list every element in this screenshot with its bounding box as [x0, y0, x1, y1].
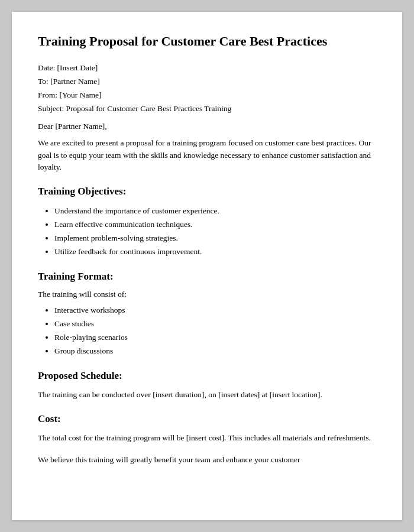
objectives-heading: Training Objectives: — [38, 186, 376, 197]
to-line: To: [Partner Name] — [38, 77, 376, 86]
list-item: Utilize feedback for continuous improvem… — [54, 245, 376, 259]
list-item: Interactive workshops — [54, 304, 376, 317]
list-item: Role-playing scenarios — [54, 331, 376, 345]
list-item: Learn effective communication techniques… — [54, 218, 376, 232]
schedule-heading: Proposed Schedule: — [38, 370, 376, 382]
format-list: Interactive workshops Case studies Role-… — [54, 304, 376, 358]
objectives-list: Understand the importance of customer ex… — [54, 205, 376, 259]
closing-text: We believe this training will greatly be… — [38, 454, 376, 466]
subject-line: Subject: Proposal for Customer Care Best… — [38, 104, 376, 113]
document-title: Training Proposal for Customer Care Best… — [38, 33, 376, 50]
list-item: Understand the importance of customer ex… — [54, 205, 376, 218]
schedule-text: The training can be conducted over [inse… — [38, 389, 376, 401]
date-line: Date: [Insert Date] — [38, 63, 376, 73]
cost-heading: Cost: — [38, 413, 376, 425]
list-item: Case studies — [54, 317, 376, 331]
intro-paragraph: We are excited to present a proposal for… — [38, 137, 376, 174]
list-item: Implement problem-solving strategies. — [54, 232, 376, 245]
from-line: From: [Your Name] — [38, 90, 376, 100]
document: Training Proposal for Customer Care Best… — [12, 12, 402, 520]
cost-text: The total cost for the training program … — [38, 432, 376, 445]
format-intro: The training will consist of: — [38, 290, 376, 299]
format-heading: Training Format: — [38, 271, 376, 283]
greeting: Dear [Partner Name], — [38, 122, 376, 131]
list-item: Group discussions — [54, 345, 376, 358]
